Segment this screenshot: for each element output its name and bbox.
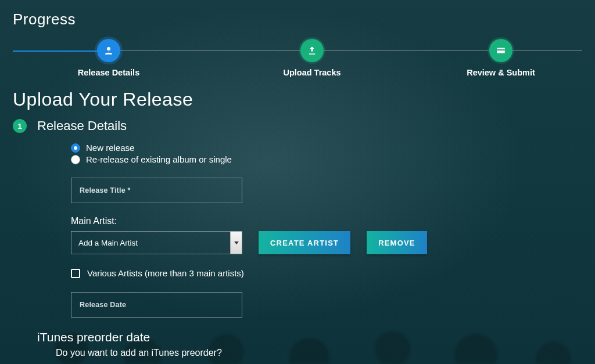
page-title: Upload Your Release	[13, 89, 582, 110]
release-form: New release Re-release of existing album…	[13, 143, 582, 318]
step-review-submit[interactable]: Review & Submit	[443, 39, 559, 77]
radio-icon	[71, 155, 80, 164]
various-artists-checkbox[interactable]: Various Artists (more than 3 main artist…	[71, 268, 582, 278]
checkbox-label: Various Artists (more than 3 main artist…	[87, 268, 244, 278]
main-artist-label: Main Artist:	[71, 216, 582, 226]
radio-label: Re-release of existing album or single	[86, 154, 232, 164]
step-label: Release Details	[78, 68, 139, 77]
upload-icon	[300, 39, 324, 62]
step-label: Upload Tracks	[283, 68, 340, 77]
radio-icon	[71, 143, 80, 153]
page-root: Progress Release Details Upload Tracks	[0, 0, 595, 364]
checkbox-icon	[71, 269, 80, 278]
svg-rect-2	[497, 49, 505, 51]
card-icon	[489, 39, 512, 62]
select-value: Add a Main Artist	[78, 239, 138, 247]
chevron-down-icon	[230, 232, 242, 254]
progress-heading: Progress	[13, 10, 582, 28]
section-release-details: 1 Release Details	[13, 118, 582, 134]
itunes-preorder-question: Do you want to add an iTunes preorder?	[56, 348, 582, 358]
step-release-details[interactable]: Release Details	[51, 39, 167, 77]
release-title-input[interactable]	[71, 178, 242, 203]
radio-label: New release	[86, 143, 134, 153]
step-upload-tracks[interactable]: Upload Tracks	[254, 39, 370, 77]
itunes-preorder-heading: iTunes preorder date	[37, 330, 582, 344]
svg-point-0	[107, 47, 110, 51]
remove-artist-button[interactable]: REMOVE	[367, 231, 427, 254]
step-label: Review & Submit	[467, 68, 535, 77]
radio-rerelease[interactable]: Re-release of existing album or single	[71, 154, 582, 164]
main-artist-select[interactable]: Add a Main Artist	[71, 231, 242, 254]
section-number-badge: 1	[13, 119, 27, 133]
progress-stepper: Release Details Upload Tracks Review & S…	[13, 39, 582, 85]
radio-new-release[interactable]: New release	[71, 143, 582, 153]
user-icon	[97, 39, 120, 62]
create-artist-button[interactable]: CREATE ARTIST	[259, 231, 350, 254]
release-date-input[interactable]	[71, 292, 242, 318]
section-title: Release Details	[37, 118, 127, 134]
